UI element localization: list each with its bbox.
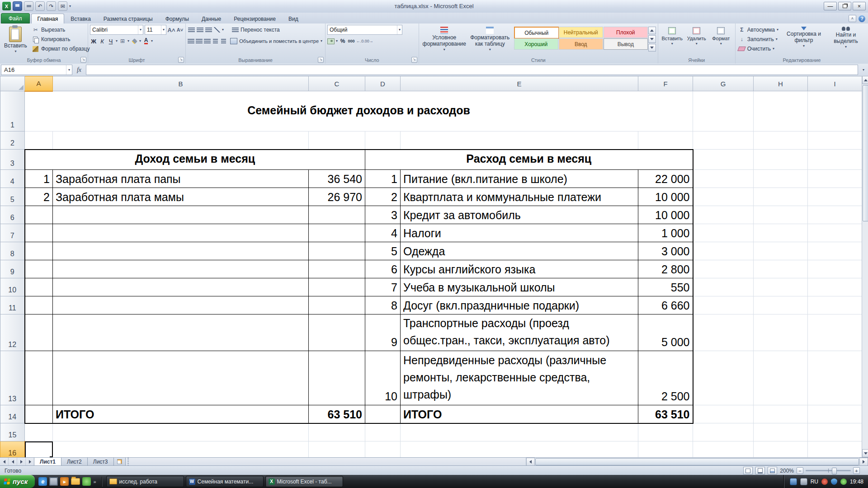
row-header-9[interactable]: 9 <box>0 260 25 278</box>
underline-button[interactable]: Ч <box>107 38 114 45</box>
cell[interactable]: 4 <box>365 224 401 242</box>
next-sheet-icon[interactable] <box>17 458 26 466</box>
cell[interactable]: 10 000 <box>638 188 693 206</box>
language-indicator[interactable]: RU <box>811 479 818 485</box>
expand-formula-bar-icon[interactable]: ▾ <box>860 69 867 71</box>
prev-sheet-icon[interactable] <box>9 458 17 466</box>
cell[interactable] <box>754 405 808 423</box>
cell[interactable] <box>365 441 401 458</box>
cell-style-output[interactable]: Вывод <box>604 38 648 50</box>
cell[interactable] <box>754 260 808 278</box>
cell[interactable]: Заработная плата мамы <box>53 188 309 206</box>
horizontal-scrollbar[interactable] <box>526 458 868 466</box>
cell[interactable]: 1 <box>365 170 401 188</box>
cell[interactable] <box>309 423 365 441</box>
cell[interactable] <box>754 206 808 224</box>
cell[interactable]: 36 540 <box>309 170 365 188</box>
tab-view[interactable]: Вид <box>282 14 305 23</box>
cell[interactable]: 6 <box>365 260 401 278</box>
tab-formulas[interactable]: Формулы <box>159 14 195 23</box>
income-total-cell[interactable]: 63 510 <box>309 405 365 423</box>
scroll-down-icon[interactable] <box>862 449 868 457</box>
cell[interactable] <box>309 260 365 278</box>
cell[interactable]: 1 <box>25 170 53 188</box>
cell[interactable] <box>25 131 53 150</box>
media-player-icon[interactable]: ▸ <box>60 477 69 486</box>
cell[interactable]: 3 000 <box>638 242 693 260</box>
show-desktop-icon[interactable] <box>49 477 58 486</box>
sheet-tab-2[interactable]: Лист2 <box>61 458 88 466</box>
minimize-button[interactable]: — <box>824 2 837 10</box>
accounting-format-icon[interactable] <box>327 38 335 45</box>
cell[interactable] <box>25 296 53 314</box>
cell[interactable]: 9 <box>365 314 401 351</box>
cell[interactable] <box>808 131 862 150</box>
cell[interactable] <box>53 206 309 224</box>
expense-total-cell[interactable]: 63 510 <box>638 405 693 423</box>
gallery-more-icon[interactable] <box>648 44 656 52</box>
format-as-table-button[interactable]: Форматировать как таблицу ▾ <box>468 25 512 53</box>
cell[interactable] <box>309 131 365 150</box>
cell[interactable] <box>808 405 862 423</box>
cell[interactable] <box>401 423 638 441</box>
increase-font-icon[interactable]: А˄ <box>168 26 175 33</box>
row-header-5[interactable]: 5 <box>0 188 25 206</box>
row-header-10[interactable]: 10 <box>0 278 25 296</box>
cell[interactable]: Кредит за автомобиль <box>401 206 638 224</box>
cell[interactable]: Квартплата и коммунальные платежи <box>401 188 638 206</box>
cell[interactable]: 7 <box>365 278 401 296</box>
horizontal-scroll-thumb[interactable] <box>535 458 859 465</box>
decrease-font-icon[interactable]: А˅ <box>176 26 184 33</box>
paste-button[interactable]: Вставить ▾ <box>2 25 29 55</box>
wrap-text-button[interactable]: Перенос текста <box>231 26 281 34</box>
cell[interactable] <box>53 423 309 441</box>
cell[interactable]: Питание (вкл.питание в школе) <box>401 170 638 188</box>
font-dialog-launcher[interactable]: ↘ <box>178 57 184 63</box>
first-sheet-icon[interactable] <box>0 458 9 466</box>
comma-style-icon[interactable]: 000 <box>348 38 355 45</box>
cell[interactable] <box>693 314 754 351</box>
sheet-tab-1[interactable]: Лист1 <box>34 458 61 466</box>
cut-button[interactable]: ✂Вырезать <box>31 26 91 34</box>
cell[interactable] <box>309 242 365 260</box>
clear-button[interactable]: Очистить▾ <box>737 45 779 53</box>
cell[interactable] <box>693 170 754 188</box>
column-header-H[interactable]: H <box>754 76 808 91</box>
expense-header-cell[interactable]: Расход семьи в месяц <box>365 150 693 170</box>
cell[interactable] <box>638 423 693 441</box>
bold-button[interactable]: Ж <box>90 38 97 45</box>
cell[interactable] <box>53 242 309 260</box>
start-button[interactable]: пуск <box>0 475 35 488</box>
cell[interactable]: 10 000 <box>638 206 693 224</box>
cell[interactable] <box>638 441 693 458</box>
column-header-F[interactable]: F <box>638 76 693 91</box>
cell[interactable] <box>693 131 754 150</box>
formula-input[interactable] <box>86 65 858 75</box>
cell[interactable] <box>25 314 53 351</box>
conditional-formatting-button[interactable]: Условное форматирование ▾ <box>421 25 468 53</box>
column-header-C[interactable]: C <box>309 76 365 91</box>
zoom-slider-thumb[interactable] <box>832 468 837 474</box>
cell[interactable]: Непредвиденные расходы (различные ремонт… <box>401 351 638 405</box>
cell[interactable] <box>309 278 365 296</box>
cell[interactable]: Одежда <box>401 242 638 260</box>
cell[interactable]: Досуг (вкл.праздничные подарки) <box>401 296 638 314</box>
cell[interactable] <box>25 278 53 296</box>
format-painter-button[interactable]: Формат по образцу <box>31 45 91 53</box>
row-header-15[interactable]: 15 <box>0 423 25 441</box>
cell[interactable] <box>309 314 365 351</box>
cell[interactable] <box>754 91 808 131</box>
last-sheet-icon[interactable] <box>26 458 34 466</box>
cell[interactable] <box>693 296 754 314</box>
tab-review[interactable]: Рецензирование <box>227 14 282 23</box>
cell[interactable] <box>808 224 862 242</box>
cell[interactable] <box>754 224 808 242</box>
number-format-combo[interactable]: Общий▾ <box>327 25 402 35</box>
cell[interactable]: 8 <box>365 296 401 314</box>
cell[interactable] <box>808 351 862 405</box>
income-total-label-cell[interactable]: ИТОГО <box>53 405 309 423</box>
align-right-icon[interactable] <box>204 38 211 45</box>
cell[interactable]: Налоги <box>401 224 638 242</box>
cell[interactable] <box>754 441 808 458</box>
volume-icon[interactable] <box>800 478 807 485</box>
